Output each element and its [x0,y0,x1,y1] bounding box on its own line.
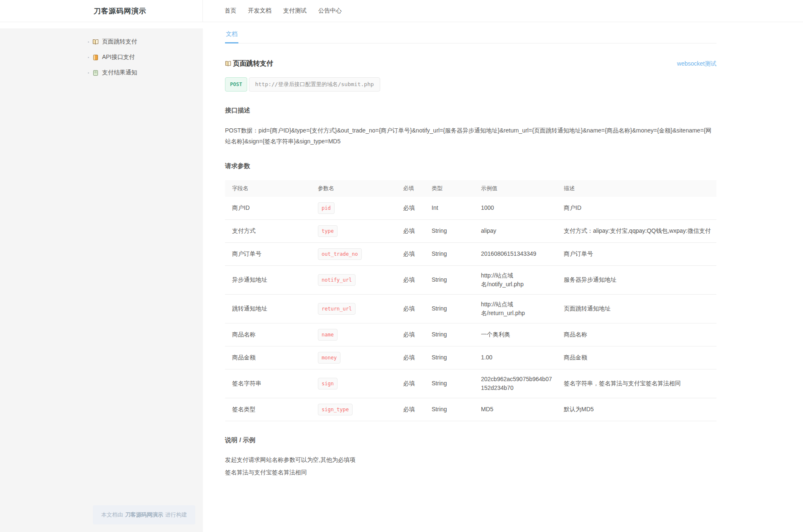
bullet-dot-icon [88,41,89,43]
build-credit-box: 本文档由刀客源码网演示进行构建 [93,505,195,524]
top-header: 刀客源码网演示 首页 开发文档 支付测试 公告中心 [0,0,803,22]
desc-cell: 商户ID [557,197,716,220]
bullet-dot-icon [88,57,89,58]
note-line: 签名算法与支付宝签名算法相同 [225,468,716,477]
table-row: 支付方式type必填Stringalipay支付方式：alipay:支付宝,qq… [225,219,716,242]
endpoint-url: http://登录后接口配置里的域名/submit.php [249,77,380,92]
example-cell: MD5 [474,398,557,421]
websocket-test-link[interactable]: websocket测试 [677,60,716,68]
param-code-badge: out_trade_no [318,248,362,260]
param-code-badge: pid [318,202,335,214]
table-row: 签名字符串sign必填String202cb962ac59075b964b071… [225,369,716,398]
main-content: 文档 页面跳转支付 websocket测试 POST http://登录后接口配 [203,22,803,532]
type-cell: String [425,369,474,398]
param-code-badge: notify_url [318,274,355,286]
logo-area: 刀客源码网演示 [0,0,203,22]
param-code-badge: name [318,329,338,341]
build-credit-brand-link[interactable]: 刀客源码网演示 [125,512,163,518]
param-code-badge: sign_type [318,404,353,415]
nav-item-home[interactable]: 首页 [225,7,236,15]
type-cell: String [425,265,474,294]
desc-cell: 服务器异步通知地址 [557,265,716,294]
required-cell: 必填 [396,398,425,421]
field-cell: 商户ID [225,197,311,220]
col-header-field: 字段名 [225,180,311,197]
type-cell: String [425,219,474,242]
ledger-book-icon [92,70,99,76]
field-cell: 商品金额 [225,346,311,369]
sidebar-item-page-redirect-pay[interactable]: 页面跳转支付 [0,37,203,47]
open-book-icon [225,61,231,67]
type-cell: String [425,346,474,369]
table-row: 商品名称name必填String一个奥利奥商品名称 [225,323,716,346]
sidebar-item-label: 页面跳转支付 [102,38,137,46]
desc-cell: 商户订单号 [557,242,716,265]
col-header-example: 示例值 [474,180,557,197]
param-code-badge: type [318,225,338,237]
param-cell: type [311,219,396,242]
required-cell: 必填 [396,323,425,346]
param-code-badge: return_url [318,303,355,315]
example-cell: 1000 [474,197,557,220]
param-code-badge: sign [318,378,338,389]
sidebar-item-label: API接口支付 [102,53,135,61]
sidebar-item-pay-result-notify[interactable]: 支付结果通知 [0,68,203,78]
type-cell: String [425,398,474,421]
example-cell: 202cb962ac59075b964b07152d234b70 [474,369,557,398]
example-cell: 1.00 [474,346,557,369]
tab-bar: 文档 [225,27,716,43]
table-row: 签名类型sign_type必填StringMD5默认为MD5 [225,398,716,421]
desc-cell: 商品名称 [557,323,716,346]
endpoint-row: POST http://登录后接口配置里的域名/submit.php [225,77,716,92]
http-method-badge: POST [225,77,247,92]
nav-item-pay-test[interactable]: 支付测试 [283,7,307,15]
type-cell: String [425,323,474,346]
desc-cell: 支付方式：alipay:支付宝,qqpay:QQ钱包,wxpay:微信支付 [557,219,716,242]
example-cell: 一个奥利奥 [474,323,557,346]
field-cell: 签名字符串 [225,369,311,398]
params-table: 字段名 参数名 必填 类型 示例值 描述 商户IDpid必填Int1000商户I… [225,180,716,421]
params-table-body: 商户IDpid必填Int1000商户ID支付方式type必填Stringalip… [225,197,716,421]
param-cell: sign_type [311,398,396,421]
top-nav: 首页 开发文档 支付测试 公告中心 [225,0,342,22]
build-credit-suffix: 进行构建 [165,512,187,518]
desc-cell: 签名字符串，签名算法与支付宝签名算法相同 [557,369,716,398]
field-cell: 跳转通知地址 [225,294,311,323]
section-heading-notes: 说明 / 示例 [225,436,716,444]
nav-item-dev-docs[interactable]: 开发文档 [248,7,271,15]
field-cell: 商户订单号 [225,242,311,265]
sidebar-item-api-pay[interactable]: API接口支付 [0,52,203,62]
table-row: 跳转通知地址return_url必填Stringhttp://站点域名/retu… [225,294,716,323]
field-cell: 异步通知地址 [225,265,311,294]
site-logo: 刀客源码网演示 [94,6,146,16]
section-heading-description: 接口描述 [225,107,716,115]
notes-block: 发起支付请求网站名称参数可以为空,其他为必填项 签名算法与支付宝签名算法相同 [225,455,716,477]
type-cell: String [425,242,474,265]
table-row: 商户IDpid必填Int1000商户ID [225,197,716,220]
required-cell: 必填 [396,265,425,294]
field-cell: 支付方式 [225,219,311,242]
tab-docs[interactable]: 文档 [225,27,238,43]
required-cell: 必填 [396,294,425,323]
param-cell: notify_url [311,265,396,294]
col-header-required: 必填 [396,180,425,197]
col-header-desc: 描述 [557,180,716,197]
table-header-row: 字段名 参数名 必填 类型 示例值 描述 [225,180,716,197]
sidebar-item-label: 支付结果通知 [102,69,137,76]
param-cell: pid [311,197,396,220]
type-cell: Int [425,197,474,220]
desc-cell: 商品金额 [557,346,716,369]
page-layout: 页面跳转支付 API接口支付 支付结果通知 [0,22,803,532]
article-title-text: 页面跳转支付 [233,59,273,68]
desc-cell: 页面跳转通知地址 [557,294,716,323]
desc-cell: 默认为MD5 [557,398,716,421]
build-credit-prefix: 本文档由 [101,512,123,518]
nav-item-announcements[interactable]: 公告中心 [318,7,342,15]
field-cell: 签名类型 [225,398,311,421]
example-cell: http://站点域名/notify_url.php [474,265,557,294]
example-cell: 20160806151343349 [474,242,557,265]
bullet-dot-icon [88,72,89,74]
interface-description-text: POST数据：pid={商户ID}&type={支付方式}&out_trade_… [225,125,716,147]
required-cell: 必填 [396,219,425,242]
article-title: 页面跳转支付 [225,59,273,68]
